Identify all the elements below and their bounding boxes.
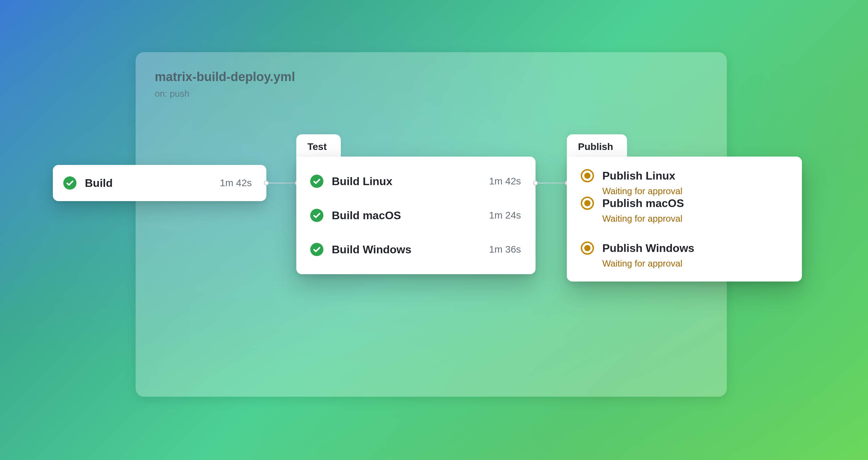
check-circle-icon: [310, 243, 323, 256]
job-duration: 1m 42s: [489, 176, 521, 187]
job-row[interactable]: Publish Linux Waiting for approval: [581, 169, 787, 197]
job-group-test: Test Build Linux 1m 42s Build macOS 1m 2…: [296, 134, 536, 274]
group-body: Build Linux 1m 42s Build macOS 1m 24s Bu…: [296, 157, 536, 274]
job-status-text: Waiting for approval: [602, 258, 787, 269]
job-name: Publish Windows: [602, 242, 787, 255]
job-name: Build: [85, 177, 220, 190]
pending-icon: [581, 241, 594, 255]
job-name: Publish Linux: [602, 169, 787, 182]
job-row[interactable]: Build Linux 1m 42s: [310, 169, 521, 193]
job-status-text: Waiting for approval: [602, 186, 787, 197]
job-duration: 1m 42s: [220, 177, 252, 189]
job-name: Build Windows: [332, 243, 489, 256]
job-card-build[interactable]: Build 1m 42s: [53, 165, 266, 201]
group-tab-label[interactable]: Publish: [567, 134, 627, 157]
job-name: Build Linux: [332, 175, 489, 188]
check-circle-icon: [63, 176, 77, 190]
pending-icon: [581, 197, 594, 210]
check-circle-icon: [310, 175, 323, 188]
job-row[interactable]: Publish Windows Waiting for approval: [581, 241, 787, 269]
workflow-filename: matrix-build-deploy.yml: [155, 70, 295, 84]
workflow-trigger: on: push: [155, 88, 295, 99]
connector-build-to-test: [267, 183, 297, 183]
job-group-publish: Publish Publish Linux Waiting for approv…: [567, 134, 802, 281]
pending-icon: [581, 169, 594, 182]
group-body: Publish Linux Waiting for approval Publi…: [567, 157, 802, 281]
job-name: Publish macOS: [602, 197, 787, 210]
workflow-header: matrix-build-deploy.yml on: push: [155, 70, 295, 99]
connector-dot: [264, 181, 269, 185]
job-duration: 1m 36s: [489, 244, 521, 255]
group-tab-label[interactable]: Test: [296, 134, 341, 157]
check-circle-icon: [310, 209, 323, 222]
job-row[interactable]: Build Windows 1m 36s: [310, 237, 521, 262]
job-status-text: Waiting for approval: [602, 213, 787, 224]
job-row[interactable]: Build macOS 1m 24s: [310, 203, 521, 228]
connector-test-to-publish: [536, 183, 566, 183]
job-row[interactable]: Publish macOS Waiting for approval: [581, 197, 787, 224]
connector-dot: [533, 181, 538, 185]
job-duration: 1m 24s: [489, 210, 521, 221]
job-name: Build macOS: [332, 209, 489, 222]
